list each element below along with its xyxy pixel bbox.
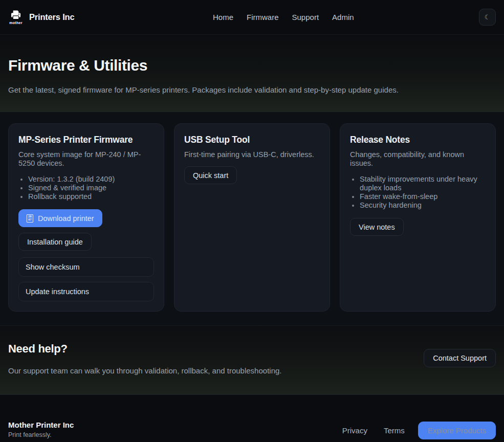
- brand-name: Printers Inc: [29, 12, 74, 22]
- card-firmware: MP-Series Printer Firmware Core system i…: [8, 123, 164, 312]
- main-nav: Home Firmware Support Admin: [213, 13, 354, 21]
- contact-support-button[interactable]: Contact Support: [424, 349, 496, 367]
- bullet-version: Version: 1.3.2 (build 2409): [28, 175, 154, 184]
- theme-toggle-button[interactable]: ☾: [479, 9, 496, 26]
- update-instructions-button[interactable]: Update instructions: [18, 282, 154, 301]
- main-content: MP-Series Printer Firmware Core system i…: [0, 112, 504, 325]
- card-grid: MP-Series Printer Firmware Core system i…: [8, 123, 496, 312]
- bullet-security: Security hardening: [360, 201, 486, 210]
- printer-icon: [9, 10, 23, 20]
- card-notes-description: Changes, compatibility, and known issues…: [350, 150, 486, 168]
- card-usb-description: First-time pairing via USB-C, driverless…: [184, 150, 320, 159]
- download-button-label: Download printer: [38, 214, 94, 223]
- help-text: Our support team can walk you through va…: [8, 366, 281, 375]
- bullet-rollback: Rollback supported: [28, 192, 154, 201]
- footer: Mother Printer Inc Print fearlessly. Pri…: [0, 394, 504, 442]
- tofu-hex-bottom: 07: [28, 218, 32, 222]
- download-printer-button[interactable]: 2B 07 Download printer: [18, 209, 102, 227]
- help-title: Need help?: [8, 342, 281, 356]
- quick-start-button[interactable]: Quick start: [184, 166, 237, 184]
- card-notes-bullets: Stability improvements under heavy duple…: [350, 175, 486, 210]
- nav-link-home[interactable]: Home: [213, 13, 233, 21]
- nav-link-support[interactable]: Support: [292, 13, 319, 21]
- nav-link-admin[interactable]: Admin: [332, 13, 354, 21]
- card-notes-title: Release Notes: [350, 135, 486, 145]
- footer-brand-name: Mother Printer Inc: [8, 421, 74, 429]
- help-section: Need help? Our support team can walk you…: [0, 325, 504, 394]
- card-usb-setup: USB Setup Tool First-time pairing via US…: [174, 123, 330, 312]
- footer-links: Privacy Terms Explore Products: [342, 422, 496, 439]
- bullet-wake: Faster wake-from-sleep: [360, 192, 486, 201]
- footer-tagline: Print fearlessly.: [8, 431, 74, 438]
- card-release-notes: Release Notes Changes, compatibility, an…: [340, 123, 496, 312]
- logo-caption: mother: [9, 21, 23, 25]
- explore-products-button[interactable]: Explore Products: [418, 422, 496, 439]
- footer-link-terms[interactable]: Terms: [384, 426, 405, 435]
- printer-logo-icon: mother: [8, 10, 24, 25]
- footer-brand-block: Mother Printer Inc Print fearlessly.: [8, 421, 74, 438]
- card-firmware-description: Core system image for MP-240 / MP-5250 d…: [18, 150, 154, 168]
- hero-section: Firmware & Utilities Get the latest, sig…: [0, 35, 504, 112]
- help-text-block: Need help? Our support team can walk you…: [8, 342, 281, 375]
- show-checksum-button[interactable]: Show checksum: [18, 257, 154, 277]
- page-title: Firmware & Utilities: [8, 57, 496, 74]
- download-tofu-icon: 2B 07: [27, 214, 33, 223]
- bullet-stability: Stability improvements under heavy duple…: [360, 175, 486, 192]
- bullet-signed: Signed & verified image: [28, 184, 154, 192]
- card-usb-title: USB Setup Tool: [184, 135, 320, 145]
- nav-link-firmware[interactable]: Firmware: [247, 13, 279, 21]
- card-firmware-bullets: Version: 1.3.2 (build 2409) Signed & ver…: [18, 175, 154, 201]
- top-navbar: mother Printers Inc Home Firmware Suppor…: [0, 0, 504, 35]
- footer-link-privacy[interactable]: Privacy: [342, 426, 367, 435]
- page-subtitle: Get the latest, signed firmware for MP-s…: [8, 85, 496, 94]
- card-firmware-title: MP-Series Printer Firmware: [18, 135, 154, 145]
- brand[interactable]: mother Printers Inc: [8, 10, 74, 25]
- moon-icon: ☾: [485, 13, 491, 21]
- installation-guide-button[interactable]: Installation guide: [18, 233, 92, 251]
- view-notes-button[interactable]: View notes: [350, 218, 404, 236]
